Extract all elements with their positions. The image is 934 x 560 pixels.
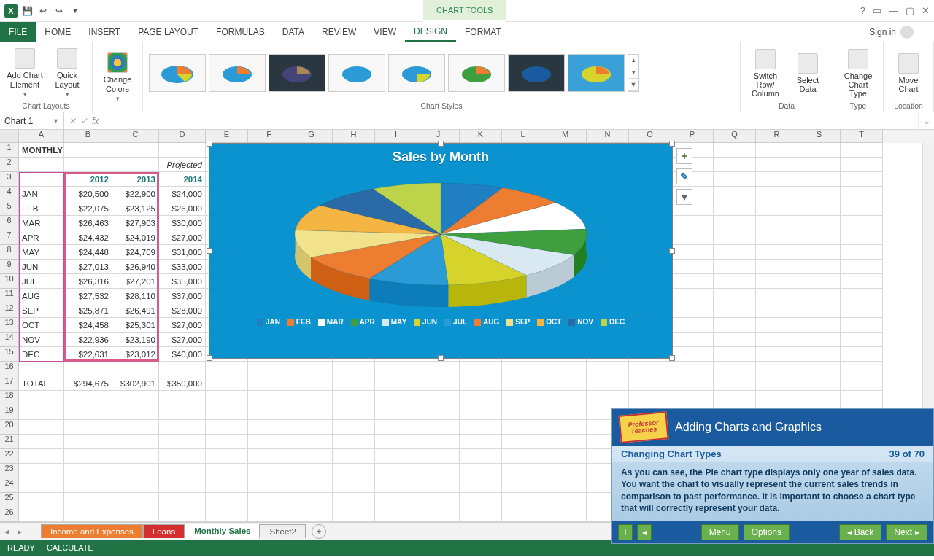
cancel-icon[interactable]: ✕ xyxy=(69,116,76,126)
select-data-button[interactable]: Select Data xyxy=(789,52,827,93)
status-calculate: CALCULATE xyxy=(47,543,93,552)
tutorial-subheader: Changing Chart Types 39 of 70 xyxy=(612,446,933,462)
switch-row-column-button[interactable]: Switch Row/ Column xyxy=(746,47,784,98)
embedded-chart[interactable]: Sales by Month JANFEBMARAPRMAYJUNJULAUGS… xyxy=(209,143,673,359)
group-type: Change Chart Type Type xyxy=(833,42,884,112)
select-all-corner[interactable] xyxy=(0,130,19,143)
status-ready: READY xyxy=(7,543,35,552)
group-chart-styles: ▴▾▼ Chart Styles xyxy=(143,42,741,112)
chart-legend[interactable]: JANFEBMARAPRMAYJUNJULAUGSEPOCTNOVDEC xyxy=(209,318,672,326)
chart-styles-gallery: ▴▾▼ xyxy=(149,54,639,92)
tab-review[interactable]: REVIEW xyxy=(313,22,365,42)
tab-home[interactable]: HOME xyxy=(36,22,80,42)
redo-icon[interactable]: ↪ xyxy=(53,4,66,18)
tutorial-body: As you can see, the Pie chart type displ… xyxy=(612,462,933,521)
column-headers: ABCDEFGHIJKLMNOPQRST xyxy=(0,130,934,143)
group-chart-layouts: Add Chart Element▾ Quick Layout▾ Chart L… xyxy=(0,42,93,112)
row-headers: 1234567891011121314151617181920212223242… xyxy=(0,143,19,522)
chart-style-8[interactable] xyxy=(568,54,625,92)
chart-element-buttons: + ✎ ▼ xyxy=(676,148,692,205)
chart-plot-area[interactable] xyxy=(209,165,672,318)
chart-style-2[interactable] xyxy=(209,54,266,92)
undo-icon[interactable]: ↩ xyxy=(36,4,50,18)
chart-style-1[interactable] xyxy=(149,54,206,92)
fx-icon[interactable]: fx xyxy=(92,116,99,126)
tutorial-back-button[interactable]: ◂ Back xyxy=(839,524,882,540)
tutorial-footer: T ◂ Menu Options ◂ Back Next ▸ xyxy=(612,521,933,543)
chart-style-7[interactable] xyxy=(508,54,565,92)
ribbon-options-icon[interactable]: ▭ xyxy=(873,5,881,16)
quick-access-toolbar: X 💾 ↩ ↪ ▼ xyxy=(0,4,82,18)
formula-bar-expand-icon[interactable]: ⌄ xyxy=(918,112,934,129)
sheet-tab-loans[interactable]: Loans xyxy=(143,524,185,538)
sheet-tab-monthly-sales[interactable]: Monthly Sales xyxy=(185,524,260,539)
professor-teaches-logo: ProfessorTeaches xyxy=(618,411,668,443)
tutorial-heading: Adding Charts and Graphics xyxy=(675,421,822,434)
tutorial-menu-button[interactable]: Menu xyxy=(701,524,739,540)
sheet-nav-prev-icon[interactable]: ◂ xyxy=(0,526,13,537)
qat-dropdown-icon[interactable]: ▼ xyxy=(69,4,82,18)
save-icon[interactable]: 💾 xyxy=(20,4,34,18)
excel-logo-icon: X xyxy=(4,4,18,18)
window-controls: ? ▭ — ▢ ✕ xyxy=(860,5,930,16)
tab-formulas[interactable]: FORMULAS xyxy=(207,22,274,42)
move-chart-button[interactable]: Move Chart xyxy=(889,52,927,93)
group-data: Switch Row/ Column Select Data Data xyxy=(741,42,833,112)
formula-bar-buttons: ✕ ✓ fx xyxy=(64,116,103,126)
quick-layout-button[interactable]: Quick Layout▾ xyxy=(48,47,86,98)
tab-design[interactable]: DESIGN xyxy=(405,22,456,42)
chart-elements-button[interactable]: + xyxy=(676,148,692,164)
tutorial-counter: 39 of 70 xyxy=(889,448,925,459)
help-icon[interactable]: ? xyxy=(860,5,865,16)
style-gallery-scroll[interactable]: ▴▾▼ xyxy=(628,54,639,92)
change-chart-type-button[interactable]: Change Chart Type xyxy=(839,47,877,98)
chart-filters-button[interactable]: ▼ xyxy=(676,189,692,205)
chart-style-3[interactable] xyxy=(269,54,325,92)
sheet-tab-sheet2[interactable]: Sheet2 xyxy=(260,524,305,538)
maximize-icon[interactable]: ▢ xyxy=(906,5,914,16)
tab-data[interactable]: DATA xyxy=(274,22,313,42)
add-chart-element-button[interactable]: Add Chart Element▾ xyxy=(6,47,44,98)
chart-style-4[interactable] xyxy=(328,54,385,92)
formula-bar: Chart 1▼ ✕ ✓ fx ⌄ xyxy=(0,112,934,130)
group-change-colors: Change Colors▾ xyxy=(93,42,143,112)
tab-file[interactable]: FILE xyxy=(0,22,36,42)
minimize-icon[interactable]: — xyxy=(889,5,898,16)
ribbon-tabs: FILE HOME INSERT PAGE LAYOUT FORMULAS DA… xyxy=(0,22,934,42)
tutorial-rewind-button[interactable]: ◂ xyxy=(637,524,652,540)
chart-style-5[interactable] xyxy=(388,54,445,92)
tutorial-overlay: ProfessorTeaches Adding Charts and Graph… xyxy=(611,408,934,544)
sheet-tab-income[interactable]: Income and Expenses xyxy=(41,524,143,538)
svg-point-3 xyxy=(342,66,371,82)
chart-title[interactable]: Sales by Month xyxy=(209,144,672,165)
svg-point-6 xyxy=(522,66,551,82)
name-box[interactable]: Chart 1▼ xyxy=(0,112,64,129)
tab-view[interactable]: VIEW xyxy=(365,22,405,42)
avatar-icon xyxy=(900,26,914,39)
sheet-nav-next-icon[interactable]: ▸ xyxy=(13,526,26,537)
tab-format[interactable]: FORMAT xyxy=(456,22,510,42)
chart-tools-contextual-tab: CHART TOOLS xyxy=(423,0,506,22)
tutorial-subtitle: Changing Chart Types xyxy=(621,448,722,459)
close-icon[interactable]: ✕ xyxy=(922,5,930,16)
chevron-down-icon[interactable]: ▼ xyxy=(53,117,59,125)
enter-icon[interactable]: ✓ xyxy=(80,116,88,126)
add-sheet-button[interactable]: + xyxy=(312,524,326,539)
tutorial-options-button[interactable]: Options xyxy=(744,524,790,540)
change-colors-button[interactable]: Change Colors▾ xyxy=(99,51,136,102)
chart-style-6[interactable] xyxy=(448,54,505,92)
tutorial-next-button[interactable]: Next ▸ xyxy=(886,524,927,540)
tutorial-text-button[interactable]: T xyxy=(618,524,633,540)
tab-page-layout[interactable]: PAGE LAYOUT xyxy=(129,22,207,42)
sign-in[interactable]: Sign in xyxy=(869,22,934,42)
tutorial-header: ProfessorTeaches Adding Charts and Graph… xyxy=(612,409,933,446)
tab-insert[interactable]: INSERT xyxy=(80,22,129,42)
title-bar: X 💾 ↩ ↪ ▼ Budget - Excel CHART TOOLS ? ▭… xyxy=(0,0,934,22)
group-location: Move Chart Location xyxy=(884,42,934,112)
chart-styles-button[interactable]: ✎ xyxy=(676,168,692,184)
ribbon: Add Chart Element▾ Quick Layout▾ Chart L… xyxy=(0,42,934,112)
